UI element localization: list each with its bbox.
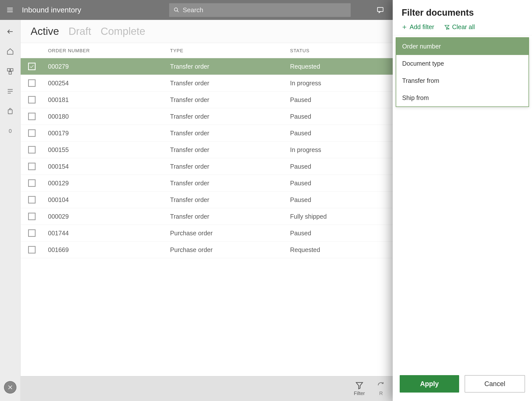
filter-option[interactable]: Ship from bbox=[396, 89, 529, 106]
col-header-status[interactable]: STATUS bbox=[288, 43, 393, 58]
table-row[interactable]: 000154Transfer orderPaused bbox=[21, 158, 393, 175]
search-input[interactable] bbox=[183, 6, 346, 14]
table-row[interactable]: 000155Transfer orderIn progress bbox=[21, 142, 393, 158]
cell-status: Paused bbox=[288, 125, 393, 142]
nav-inventory[interactable] bbox=[6, 67, 14, 76]
cell-status: Fully shipped bbox=[288, 208, 393, 225]
filter-button[interactable]: Filter bbox=[354, 381, 365, 396]
tab-complete[interactable]: Complete bbox=[100, 25, 145, 37]
cell-order: 000155 bbox=[43, 142, 168, 158]
apply-button[interactable]: Apply bbox=[400, 375, 459, 393]
close-app-button[interactable] bbox=[4, 381, 16, 394]
cell-type: Transfer order bbox=[168, 75, 288, 92]
table-row[interactable]: 000279Transfer orderRequested bbox=[21, 58, 393, 75]
table-row[interactable]: 001669Purchase orderRequested bbox=[21, 242, 393, 258]
checkbox[interactable] bbox=[28, 113, 36, 120]
row-checkbox-cell[interactable] bbox=[21, 125, 43, 142]
filter-panel-title: Filter documents bbox=[393, 0, 532, 22]
chat-button[interactable] bbox=[373, 0, 388, 20]
cancel-button[interactable]: Cancel bbox=[465, 375, 525, 393]
home-icon bbox=[6, 48, 14, 55]
cell-type: Transfer order bbox=[168, 125, 288, 142]
cell-order: 000129 bbox=[43, 175, 168, 192]
row-checkbox-cell[interactable] bbox=[21, 208, 43, 225]
row-checkbox-cell[interactable] bbox=[21, 92, 43, 108]
table-row[interactable]: 000129Transfer orderPaused bbox=[21, 175, 393, 192]
checkbox[interactable] bbox=[28, 196, 36, 203]
col-header-order[interactable]: ORDER NUMBER bbox=[43, 43, 168, 58]
nav-counter[interactable]: 0 bbox=[6, 127, 14, 135]
table-row[interactable]: 000180Transfer orderPaused bbox=[21, 108, 393, 125]
filter-option[interactable]: Document type bbox=[396, 55, 529, 72]
app-title: Inbound inventory bbox=[22, 6, 81, 14]
tab-active[interactable]: Active bbox=[31, 25, 59, 37]
checkbox[interactable] bbox=[28, 79, 36, 87]
checkbox[interactable] bbox=[28, 96, 36, 103]
cell-order: 000279 bbox=[43, 58, 168, 75]
hamburger-icon bbox=[6, 6, 14, 14]
table-row[interactable]: 000254Transfer orderIn progress bbox=[21, 75, 393, 92]
checkbox[interactable] bbox=[28, 63, 36, 70]
content-column: ActiveDraftComplete ORDER NUMBER TYPE ST… bbox=[20, 20, 393, 401]
filter-option[interactable]: Transfer from bbox=[396, 72, 529, 89]
nav-list[interactable] bbox=[6, 87, 14, 96]
cell-status: In progress bbox=[288, 75, 393, 92]
tab-draft[interactable]: Draft bbox=[68, 25, 91, 37]
col-header-type[interactable]: TYPE bbox=[168, 43, 288, 58]
cell-order: 000179 bbox=[43, 125, 168, 142]
checkbox[interactable] bbox=[28, 179, 36, 187]
table-row[interactable]: 000179Transfer orderPaused bbox=[21, 125, 393, 142]
row-checkbox-cell[interactable] bbox=[21, 175, 43, 192]
cell-status: Paused bbox=[288, 108, 393, 125]
cell-type: Transfer order bbox=[168, 142, 288, 158]
cell-order: 000181 bbox=[43, 92, 168, 108]
checkbox[interactable] bbox=[28, 213, 36, 220]
hamburger-menu-button[interactable] bbox=[0, 0, 20, 20]
row-checkbox-cell[interactable] bbox=[21, 225, 43, 242]
row-checkbox-cell[interactable] bbox=[21, 242, 43, 258]
cell-type: Transfer order bbox=[168, 175, 288, 192]
nav-bag[interactable] bbox=[6, 107, 14, 115]
filter-panel-body bbox=[393, 107, 532, 369]
nav-home[interactable] bbox=[6, 47, 14, 56]
cell-status: Paused bbox=[288, 92, 393, 108]
svg-rect-8 bbox=[10, 69, 13, 71]
cell-type: Purchase order bbox=[168, 225, 288, 242]
row-checkbox-cell[interactable] bbox=[21, 142, 43, 158]
close-icon bbox=[7, 384, 13, 390]
table-row[interactable]: 001744Purchase orderPaused bbox=[21, 225, 393, 242]
clear-all-button[interactable]: Clear all bbox=[444, 23, 475, 31]
row-checkbox-cell[interactable] bbox=[21, 158, 43, 175]
back-button[interactable] bbox=[6, 27, 14, 36]
cell-order: 000254 bbox=[43, 75, 168, 92]
filter-type-dropdown: Order numberDocument typeTransfer fromSh… bbox=[396, 37, 529, 107]
row-checkbox-cell[interactable] bbox=[21, 192, 43, 208]
cell-status: Paused bbox=[288, 175, 393, 192]
checkbox[interactable] bbox=[28, 246, 36, 253]
filter-option[interactable]: Order number bbox=[396, 38, 529, 55]
cell-order: 000104 bbox=[43, 192, 168, 208]
cell-status: Requested bbox=[288, 58, 393, 75]
order-table: ORDER NUMBER TYPE STATUS 000279Transfer … bbox=[21, 43, 393, 258]
table-row[interactable]: 000029Transfer orderFully shipped bbox=[21, 208, 393, 225]
table-row[interactable]: 000181Transfer orderPaused bbox=[21, 92, 393, 108]
row-checkbox-cell[interactable] bbox=[21, 75, 43, 92]
table-row[interactable]: 000104Transfer orderPaused bbox=[21, 192, 393, 208]
row-checkbox-cell[interactable] bbox=[21, 108, 43, 125]
checkbox[interactable] bbox=[28, 146, 36, 153]
refresh-button[interactable]: R bbox=[377, 381, 385, 396]
add-filter-button[interactable]: Add filter bbox=[402, 23, 434, 31]
svg-rect-9 bbox=[9, 72, 11, 74]
filter-panel-actions: Add filter Clear all bbox=[393, 22, 532, 35]
row-checkbox-cell[interactable] bbox=[21, 58, 43, 75]
cell-status: Paused bbox=[288, 192, 393, 208]
checkbox[interactable] bbox=[28, 163, 36, 170]
checkbox[interactable] bbox=[28, 129, 36, 137]
search-box[interactable] bbox=[169, 3, 351, 17]
boxes-icon bbox=[6, 68, 14, 75]
add-filter-label: Add filter bbox=[410, 23, 434, 31]
svg-marker-16 bbox=[356, 383, 363, 389]
bag-icon bbox=[7, 107, 14, 115]
svg-line-4 bbox=[177, 11, 179, 12]
checkbox[interactable] bbox=[28, 229, 36, 237]
